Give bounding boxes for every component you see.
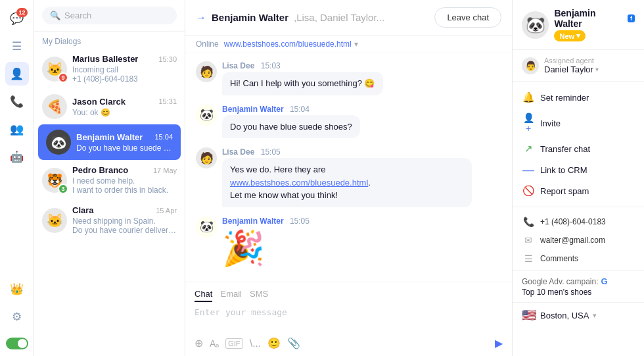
emoji-icon[interactable]: 🙂 <box>267 337 281 349</box>
text-size-icon[interactable]: Aₐ <box>210 338 219 349</box>
msg-avatar-benjamin-2: 🐼 <box>196 216 217 238</box>
dialog-info-clara: Clara 15 Apr Need shipping in Spain.Do y… <box>72 205 177 235</box>
email-item: ✉ walter@gmail.com <box>513 231 644 249</box>
dialog-name-clara: Clara <box>72 205 94 215</box>
link-crm-label: Link to CRM <box>540 165 587 175</box>
new-badge[interactable]: New ▾ <box>554 30 586 41</box>
msg-body-2: Benjamin Walter 15:04 Do you have blue s… <box>222 105 360 139</box>
message-row-3: 🧑 Lisa Dee 15:05 Yes we do. Here they ar… <box>196 147 501 207</box>
contacts-nav-icon[interactable]: 👤 <box>5 62 29 86</box>
dialog-item-jason[interactable]: 🍕 Jason Clarck 15:31 You: ok 😊 <box>34 89 185 124</box>
send-button[interactable]: ▶ <box>495 337 503 349</box>
contact-section: 📞 +1 (408)-604-0183 ✉ walter@gmail.com ☰… <box>513 207 644 271</box>
search-bar: 🔍 <box>34 0 185 32</box>
message-row-1: 🧑 Lisa Dee 15:03 Hi! Can I help with you… <box>196 61 501 95</box>
chat-input-area: Chat Email SMS ⊕ Aₐ GIF \... 🙂 📎 ▶ <box>185 282 512 356</box>
set-reminder-action[interactable]: 🔔 Set reminder <box>513 87 644 108</box>
assigned-label: Assigned agent <box>544 57 599 64</box>
invite-action[interactable]: 👤+ Invite <box>513 108 644 138</box>
badge-pedro: 3 <box>58 184 68 194</box>
email-icon: ✉ <box>522 235 535 245</box>
msg-sender-3: Lisa Dee 15:05 <box>222 147 472 157</box>
dialog-preview-pedro: I need some help.I want to order this in… <box>72 176 177 195</box>
msg-time-1: 15:03 <box>261 61 281 70</box>
dialog-time-marius: 15:30 <box>158 55 177 63</box>
actions-section: 🔔 Set reminder 👤+ Invite ↗ Transfer chat… <box>513 82 644 207</box>
dialog-time-pedro: 17 May <box>153 166 177 174</box>
msg-bubble-2: Do you have blue suede shoes? <box>222 115 360 139</box>
tab-sms[interactable]: SMS <box>250 289 268 302</box>
msg-sender-name-3: Lisa Dee <box>222 147 254 157</box>
avatar-benjamin: 🐼 <box>46 130 71 155</box>
phone-item: 📞 +1 (408)-604-0183 <box>513 213 644 231</box>
assigned-section: 👨 Assigned agent Daniel Taylor ▾ <box>513 50 644 82</box>
right-panel: 🐼 Benjamin Walter f New ▾ 👨 Assigned age… <box>513 0 644 356</box>
messages-container: 🧑 Lisa Dee 15:03 Hi! Can I help with you… <box>185 53 512 282</box>
dialog-info-benjamin: Benjamin Walter 15:04 Do you have blue s… <box>76 132 173 153</box>
dialog-item-clara[interactable]: 🐱 Clara 15 Apr Need shipping in Spain.Do… <box>34 200 185 240</box>
badge-chevron-icon: ▾ <box>576 32 580 40</box>
contact-avatar: 🐼 <box>522 11 549 39</box>
chat-subheader: Online www.bestshoes.com/bluesuede.html … <box>185 36 512 53</box>
msg-emoji-4: 🎉 <box>222 228 310 268</box>
msg-body-1: Lisa Dee 15:03 Hi! Can I help with you s… <box>222 61 383 95</box>
team-nav-icon[interactable]: 👥 <box>5 117 29 141</box>
settings-nav-icon[interactable]: ⚙ <box>5 305 29 328</box>
tab-chat[interactable]: Chat <box>195 289 212 302</box>
location-chevron-icon: ▾ <box>593 311 597 320</box>
google-campaign-section: Google Adv. campain: G Top 10 men's shoe… <box>513 271 644 303</box>
msg-avatar-lisa-2: 🧑 <box>196 147 217 168</box>
link-crm-action[interactable]: — Link to CRM <box>513 159 644 180</box>
search-input[interactable] <box>64 11 169 20</box>
msg-sender-1: Lisa Dee 15:03 <box>222 61 383 70</box>
add-icon[interactable]: ⊕ <box>195 337 203 349</box>
dialog-item-pedro[interactable]: 🐯 3 Pedro Branco 17 May I need some help… <box>34 160 185 200</box>
dialog-item-marius[interactable]: 🐱 9 Marius Ballester 15:30 Incoming call… <box>34 49 185 89</box>
dialog-item-benjamin[interactable]: 🐼 Benjamin Walter 15:04 Do you have blue… <box>38 124 181 160</box>
comments-label: Comments <box>540 254 578 263</box>
transfer-chat-action[interactable]: ↗ Transfer chat <box>513 138 644 159</box>
avatar-marius: 🐱 9 <box>42 57 67 82</box>
msg-time-3: 15:05 <box>261 147 281 157</box>
leave-chat-button[interactable]: Leave chat <box>434 7 501 28</box>
chat-tabs: Chat Email SMS <box>195 289 503 302</box>
status-toggle[interactable] <box>6 338 28 349</box>
msg-sender-name-1: Lisa Dee <box>222 61 254 70</box>
chat-url-link[interactable]: www.bestshoes.com/bluesuede.html <box>224 39 352 49</box>
comments-icon: ☰ <box>522 253 535 264</box>
transfer-chat-label: Transfer chat <box>540 144 590 154</box>
avatar-jason: 🍕 <box>42 94 67 119</box>
phone-nav-icon[interactable]: 📞 <box>5 89 29 113</box>
badge-marius: 9 <box>58 72 68 83</box>
avatar-pedro: 🐯 3 <box>42 168 67 193</box>
chat-arrow-icon: → <box>196 12 206 24</box>
gif-icon[interactable]: GIF <box>225 338 242 349</box>
report-spam-action[interactable]: 🚫 Report spam <box>513 180 644 201</box>
msg-sender-2: Benjamin Walter 15:04 <box>222 105 360 114</box>
chat-nav-icon[interactable]: 💬 12 <box>5 7 29 30</box>
dialogs-list: 🐱 9 Marius Ballester 15:30 Incoming call… <box>34 49 185 356</box>
crown-nav-icon[interactable]: 👑 <box>5 277 29 301</box>
input-toolbar: ⊕ Aₐ GIF \... 🙂 📎 ▶ <box>195 333 503 349</box>
dots-icon[interactable]: \... <box>250 338 262 349</box>
msg-body-3: Lisa Dee 15:05 Yes we do. Here they are … <box>222 147 472 207</box>
bell-icon: 🔔 <box>522 91 535 103</box>
msg-sender-name-4: Benjamin Walter <box>222 216 284 226</box>
bot-nav-icon[interactable]: 🤖 <box>5 145 29 168</box>
msg-sender-name-2: Benjamin Walter <box>222 105 284 114</box>
tab-email[interactable]: Email <box>220 289 242 302</box>
message-input[interactable] <box>195 307 503 326</box>
location-section[interactable]: 🇺🇸 Boston, USA ▾ <box>513 303 644 328</box>
dialog-info-pedro: Pedro Branco 17 May I need some help.I w… <box>72 165 177 195</box>
online-status: Online <box>196 39 219 49</box>
comments-item: ☰ Comments <box>513 249 644 268</box>
search-input-wrap[interactable]: 🔍 <box>42 7 177 24</box>
chat-header: → Benjamin Walter ,Lisa, Daniel Taylor..… <box>185 0 512 36</box>
dropdown-icon[interactable]: ▾ <box>354 39 358 49</box>
msg-link-3[interactable]: www.bestshoes.com/bluesuede.html <box>230 178 368 188</box>
inbox-nav-icon[interactable]: ☰ <box>5 34 29 58</box>
agent-info: Assigned agent Daniel Taylor ▾ <box>544 57 599 74</box>
contact-name: Benjamin Walter <box>554 8 625 29</box>
agent-name[interactable]: Daniel Taylor ▾ <box>544 64 599 74</box>
attachment-icon[interactable]: 📎 <box>287 337 300 349</box>
